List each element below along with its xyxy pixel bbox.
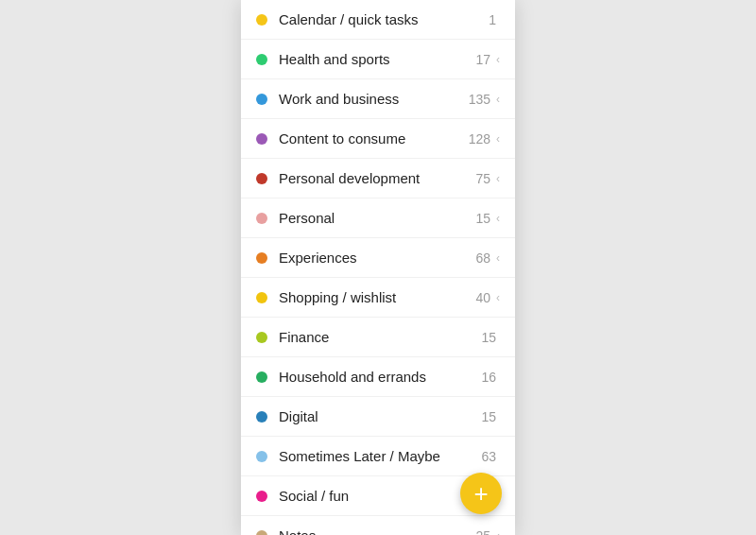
category-count: 75 (475, 171, 490, 186)
list-item[interactable]: Calendar / quick tasks1 (241, 0, 515, 40)
category-dot (256, 371, 267, 383)
phone-container: Calendar / quick tasks1Health and sports… (241, 0, 515, 535)
category-label: Notes (279, 527, 475, 535)
list-item[interactable]: Sometimes Later / Maybe63 (241, 437, 515, 476)
category-count: 135 (469, 92, 490, 107)
category-dot (256, 173, 267, 184)
category-label: Finance (279, 329, 481, 345)
category-dot (256, 332, 267, 343)
category-count: 68 (475, 250, 490, 266)
category-dot (256, 411, 267, 423)
category-dot (256, 530, 267, 536)
category-count: 15 (475, 211, 490, 226)
chevron-icon: ‹ (496, 53, 500, 66)
chevron-icon: ‹ (496, 172, 500, 185)
chevron-icon: ‹ (496, 132, 500, 146)
category-dot (256, 14, 267, 26)
list-item[interactable]: Work and business135‹ (241, 79, 515, 119)
list-item[interactable]: Health and sports17‹ (241, 40, 515, 79)
category-label: Content to consume (279, 130, 469, 147)
category-label: Social / fun (279, 488, 489, 504)
category-dot (256, 451, 267, 462)
category-list: Calendar / quick tasks1Health and sports… (241, 0, 515, 535)
category-label: Shopping / wishlist (279, 289, 475, 305)
add-button[interactable]: + (460, 473, 502, 514)
category-label: Personal development (279, 170, 475, 186)
chevron-icon: ‹ (496, 212, 500, 225)
category-label: Work and business (279, 91, 469, 107)
list-item[interactable]: Content to consume128‹ (241, 119, 515, 159)
category-count: 128 (469, 131, 490, 147)
category-label: Calendar / quick tasks (279, 11, 489, 27)
category-count: 40 (475, 290, 490, 305)
chevron-icon: ‹ (496, 529, 500, 536)
list-item[interactable]: Finance15 (241, 318, 515, 357)
category-count: 17 (475, 52, 490, 67)
category-dot (256, 213, 267, 224)
chevron-icon: ‹ (496, 93, 500, 106)
chevron-icon: ‹ (496, 251, 500, 265)
category-label: Experiences (279, 250, 475, 266)
list-item[interactable]: Experiences68‹ (241, 238, 515, 278)
category-dot (256, 94, 267, 105)
category-count: 63 (481, 449, 496, 464)
list-item[interactable]: Personal development75‹ (241, 159, 515, 198)
category-dot (256, 252, 267, 264)
category-dot (256, 292, 267, 303)
category-dot (256, 133, 267, 145)
category-label: Personal (279, 210, 475, 226)
category-count: 1 (489, 12, 496, 27)
list-item[interactable]: Household and errands16 (241, 357, 515, 397)
category-label: Household and errands (279, 369, 481, 385)
list-item[interactable]: Shopping / wishlist40‹ (241, 278, 515, 318)
category-dot (256, 54, 267, 65)
category-label: Sometimes Later / Maybe (279, 448, 481, 464)
list-item[interactable]: Digital15 (241, 397, 515, 437)
list-item[interactable]: Notes25‹ (241, 516, 515, 535)
category-count: 15 (481, 409, 496, 424)
chevron-icon: ‹ (496, 291, 500, 304)
category-count: 15 (481, 330, 496, 345)
category-dot (256, 491, 267, 502)
list-item[interactable]: Personal15‹ (241, 198, 515, 238)
category-count: 16 (481, 370, 496, 385)
category-label: Digital (279, 408, 481, 424)
category-count: 25 (475, 528, 490, 536)
category-label: Health and sports (279, 51, 475, 67)
